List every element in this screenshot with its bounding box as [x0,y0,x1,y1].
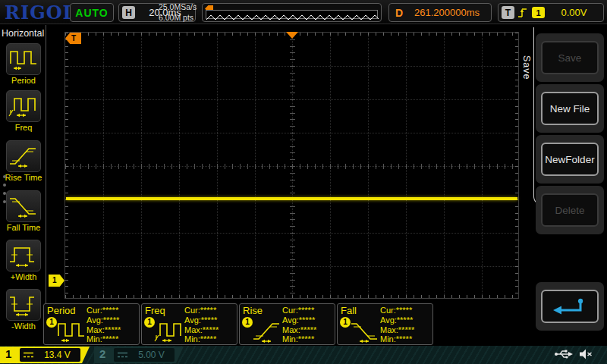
save-button[interactable]: Save [541,41,599,74]
measurement-values: Cur:***** Avg:***** Max:***** Min:***** [184,306,219,344]
trigger-source-badge: 1 [532,7,545,18]
top-status-bar: RIGOL AUTO H 20.0ms 25.0MSa/s 6.00M pts [0,0,607,24]
back-button[interactable] [541,290,599,323]
sidebar-divider [46,25,46,345]
rigol-logo: RIGOL [5,2,76,24]
menu-slot: Save [536,33,604,82]
channel-status-bar: 1 13.4 V 2 5.00 V [0,346,607,364]
freq-icon [153,320,185,343]
measurement-values: Cur:***** Avg:***** Max:***** Min:***** [282,306,316,344]
sidebar-item-period[interactable]: Period [5,43,42,85]
period-icon [8,48,39,71]
measurement-title: Fall [341,305,357,316]
dc-coupling-icon [23,351,34,359]
memory-waveform-thumbnail [206,10,378,19]
plus-width-icon [8,244,39,267]
oscilloscope-screen: RIGOL AUTO H 20.0ms 25.0MSa/s 6.00M pts [0,0,607,364]
measurement-panel-period[interactable]: Period 1 Cur:***** Avg:***** Max:***** M… [43,303,140,345]
channel-number: 1 [5,347,11,360]
menu-slot [536,282,604,331]
sidebar-item-label: Freq [5,123,42,132]
period-icon [55,320,87,343]
measurement-values: Cur:***** Avg:***** Max:***** Min:***** [380,306,414,344]
new-folder-button[interactable]: NewFolder [541,143,599,176]
rising-edge-icon [517,7,529,19]
trigger-status-box: T 1 0.00V [498,3,604,22]
fall-time-icon [8,195,39,218]
waveform-memory-preview [202,3,382,22]
channel-1-badge[interactable]: 1 13.4 V [0,347,90,363]
measurement-title: Freq [145,305,165,316]
sidebar-scroll-dots [3,175,6,209]
ch1-waveform-trace [66,197,517,200]
sidebar-item-label: Period [5,76,42,85]
rise-time-icon [251,320,283,343]
channel-scale: 5.00 V [128,350,175,360]
measurement-title: Rise [243,305,263,316]
measurement-panel-fall[interactable]: Fall 1 Cur:***** Avg:***** Max:***** Min… [337,303,433,345]
trigger-level-value: 0.00V [545,7,603,18]
memory-depth: 6.00M pts [159,12,203,23]
measurement-panel-freq[interactable]: Freq 1 Cur:***** Avg:***** Max:***** Min… [141,303,237,345]
channel-scale: 13.4 V [34,350,80,360]
speaker-muted-icon [578,348,593,360]
acquisition-mode-badge: AUTO [70,3,114,22]
fall-time-icon [349,320,381,343]
channel-number: 2 [99,347,105,360]
return-arrow-icon [550,296,590,317]
trigger-delay-box: D 261.200000ms [388,3,492,22]
minus-width-icon [8,293,39,316]
sidebar-item-fall-time[interactable]: Fall Time [5,190,42,232]
channel-2-badge[interactable]: 2 5.00 V [94,347,184,363]
sidebar-item-rise-time[interactable]: Rise Time [5,140,42,182]
sidebar-item-plus-width[interactable]: +Width [5,240,42,281]
sidebar-title: Horizontal [2,28,47,39]
sidebar-item-label: +Width [5,272,42,281]
freq-icon [8,95,39,118]
acquisition-info: 25.0MSa/s 6.00M pts [159,2,203,24]
measurement-panel-rise[interactable]: Rise 1 Cur:***** Avg:***** Max:***** Min… [239,303,335,345]
trigger-position-triangle-icon[interactable] [286,32,298,39]
zigzag-wave-icon [206,14,379,21]
horizontal-icon: H [122,6,135,19]
delay-value: 261.200000ms [403,7,491,18]
waveform-display-grid [64,32,519,299]
menu-slot: New File [536,84,604,133]
sidebar-item-label: -Width [5,322,42,331]
sidebar-item-label: Rise Time [5,173,42,182]
delay-icon: D [395,7,403,19]
acquisition-mode-label: AUTO [75,7,108,19]
sidebar-item-minus-width[interactable]: -Width [5,289,42,331]
save-tab-label: Save [521,55,532,80]
menu-slot: Delete [536,186,604,234]
menu-slot: NewFolder [536,135,604,184]
delete-button[interactable]: Delete [541,193,599,227]
sample-rate: 25.0MSa/s [159,2,203,12]
ch1-ground-marker[interactable]: 1 [49,275,64,287]
trigger-icon: T [502,6,514,19]
measurement-title: Period [47,305,76,316]
new-file-button[interactable]: New File [541,92,599,125]
measurement-values: Cur:***** Avg:***** Max:***** Min:***** [86,306,121,344]
usb-icon [554,348,574,360]
sidebar-item-label: Fall Time [5,223,42,232]
sidebar-item-freq[interactable]: Freq [5,90,42,132]
measure-sidebar: Horizontal Period Freq [0,25,47,345]
dc-coupling-icon [117,351,128,359]
save-menu-panel: Save Save New File NewFolder Delete [521,25,607,347]
rise-time-icon [8,145,39,168]
